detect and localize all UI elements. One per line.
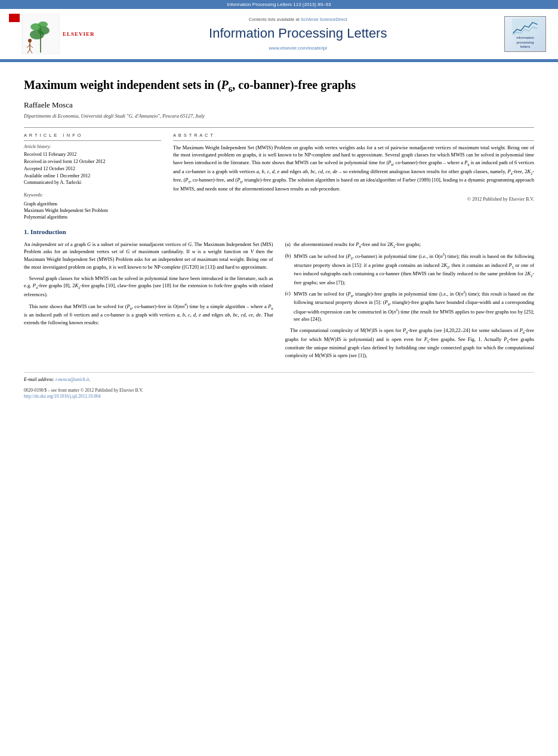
footer-email: E-mail address: r.mosca@unich.it. (24, 376, 534, 383)
doi-link[interactable]: http://dx.doi.org/10.1016/j.ipl.2012.10.… (24, 394, 534, 400)
intro-p1: An independent set of a graph G is a sub… (24, 241, 273, 271)
keywords-section: Keywords: Graph algorithms Maximum Weigh… (24, 192, 161, 220)
enum-label-b: (b) (285, 252, 291, 286)
communicated-by: Communicated by A. Tarlecki (24, 180, 161, 186)
author-name: Raffaele Mosca (24, 100, 534, 110)
elsevier-tree-icon (9, 14, 60, 54)
enum-list: (a) the aforementioned results for P4-fr… (285, 241, 535, 323)
intro-p2: Several graph classes for which MWIS can… (24, 275, 273, 299)
enum-item-b: (b) MWIS can be solved for (P5, co-banne… (285, 252, 535, 286)
journal-header: ELSEVIER Contents lists available at Sci… (0, 9, 558, 60)
body-col-left: An independent set of a graph G is a sub… (24, 241, 273, 363)
journal-citation-text: Information Processing Letters 113 (2013… (227, 2, 331, 7)
online-date: Available online 1 December 2012 (24, 173, 161, 180)
article-info-col: A R T I C L E I N F O Article history: R… (24, 133, 161, 220)
svg-point-6 (38, 21, 48, 27)
svg-point-7 (28, 39, 32, 42)
body-two-col: An independent set of a graph G is a sub… (24, 241, 534, 363)
paper-content: Maximum weight independent sets in (P6, … (0, 62, 558, 412)
abstract-col: A B S T R A C T The Maximum Weight Indep… (173, 133, 534, 220)
intro-p-comp: The computational complexity of M(W)IS i… (285, 327, 535, 359)
keyword-2: Maximum Weight Independent Set Problem (24, 207, 161, 214)
accepted-date: Accepted 12 October 2012 (24, 166, 161, 173)
journal-title-area: Contents lists available at SciVerse Sci… (95, 17, 501, 51)
enum-label-c: (c) (285, 290, 291, 323)
journal-citation-bar: Information Processing Letters 113 (2013… (0, 0, 558, 9)
intro-p3: This note shows that MWIS can be solved … (24, 302, 273, 327)
received-date: Received 11 February 2012 (24, 152, 161, 158)
keyword-3: Polynomial algorithms (24, 214, 161, 220)
history-label: Article history: (24, 144, 161, 150)
article-meta-section: A R T I C L E I N F O Article history: R… (24, 133, 534, 220)
footer-issn: 0020-0190/$ – see front matter © 2012 Pu… (24, 388, 534, 400)
enum-item-a: (a) the aforementioned results for P4-fr… (285, 241, 535, 250)
revised-date: Received in revised form 12 October 2012 (24, 159, 161, 165)
abstract-heading: A B S T R A C T (173, 133, 534, 141)
enum-item-c: (c) MWIS can be solved for (P6, triangle… (285, 290, 535, 323)
elsevier-wordmark: ELSEVIER (63, 30, 95, 38)
ipl-logo-box: informationprocessingletters (504, 16, 546, 52)
doi-text: http://dx.doi.org/10.1016/j.ipl.2012.10.… (24, 394, 100, 399)
sciverse-line: Contents lists available at SciVerse Sci… (101, 17, 495, 23)
email-label: E-mail address: (24, 377, 54, 382)
enum-label-a: (a) (285, 241, 291, 250)
ipl-logo-area: informationprocessingletters (501, 16, 549, 52)
email-link[interactable]: r.mosca@unich.it (56, 377, 89, 382)
abstract-text: The Maximum Weight Independent Set (MWIS… (173, 144, 534, 193)
page: Information Processing Letters 113 (2013… (0, 0, 558, 756)
article-info-heading: A R T I C L E I N F O (24, 133, 161, 141)
elsevier-logo-area: ELSEVIER (9, 14, 95, 54)
enum-text-c: MWIS can be solved for (P6, triangle)-fr… (294, 290, 534, 323)
issn-text: 0020-0190/$ – see front matter © 2012 Pu… (24, 388, 534, 394)
paper-title: Maximum weight independent sets in (P6, … (24, 77, 534, 95)
body-col-right: (a) the aforementioned results for P4-fr… (285, 241, 535, 363)
sciverse-link[interactable]: SciVerse ScienceDirect (301, 17, 347, 22)
journal-url: www.elsevier.com/locate/ipl (101, 45, 495, 51)
svg-rect-0 (9, 14, 20, 22)
section-divider (24, 127, 534, 128)
enum-text-b: MWIS can be solved for (P5, co-banner) i… (294, 252, 534, 286)
affiliation: Dipartimento di Economia, Università deg… (24, 113, 534, 120)
intro-heading: 1. Introduction (24, 228, 534, 236)
keywords-label: Keywords: (24, 192, 161, 199)
svg-rect-13 (512, 19, 539, 36)
enum-text-a: the aforementioned results for P4-free a… (294, 241, 534, 250)
journal-main-title: Information Processing Letters (101, 24, 495, 43)
p6-math: P (221, 78, 229, 91)
keyword-1: Graph algorithms (24, 201, 161, 207)
copyright-text: © 2012 Published by Elsevier B.V. (173, 196, 534, 202)
paper-footer: E-mail address: r.mosca@unich.it. 0020-0… (24, 372, 534, 400)
ipl-text: informationprocessingletters (516, 36, 534, 50)
ipl-chart-icon (509, 19, 542, 36)
